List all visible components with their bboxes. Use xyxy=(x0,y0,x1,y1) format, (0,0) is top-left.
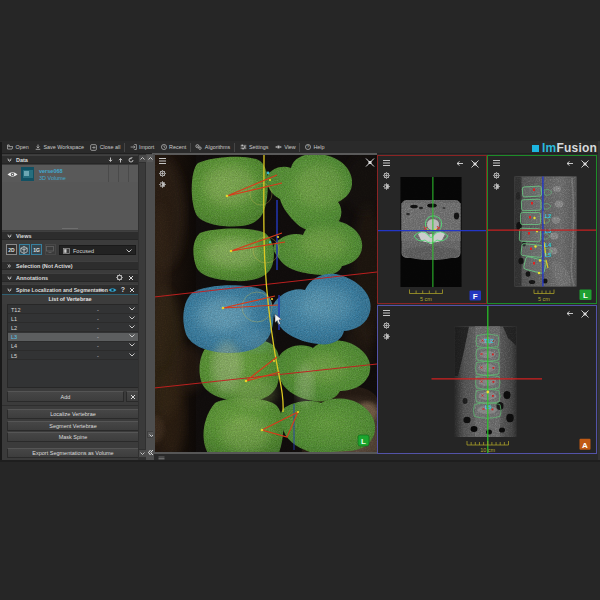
svg-text:5 cm: 5 cm xyxy=(420,296,432,302)
svg-text:A: A xyxy=(582,441,588,450)
svg-text:L: L xyxy=(361,437,366,446)
svg-text:L4: L4 xyxy=(545,242,552,248)
svg-text:5 cm: 5 cm xyxy=(538,296,550,302)
svg-text:T12: T12 xyxy=(484,338,493,344)
svg-text:L3: L3 xyxy=(545,228,551,234)
svg-text:L: L xyxy=(583,291,588,300)
svg-text:L2: L2 xyxy=(545,213,551,219)
svg-text:F: F xyxy=(473,292,478,301)
svg-text:10 cm: 10 cm xyxy=(480,447,495,453)
svg-text:L5: L5 xyxy=(545,252,551,258)
